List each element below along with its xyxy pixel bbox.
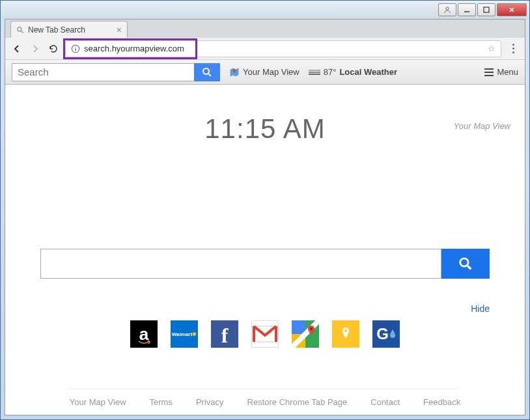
toolbar-search bbox=[12, 63, 220, 81]
toolbar-menu-button[interactable]: Menu bbox=[484, 67, 518, 77]
user-button[interactable] bbox=[438, 3, 456, 16]
svg-point-15 bbox=[460, 259, 468, 266]
toolbar-search-button[interactable] bbox=[194, 63, 220, 81]
weather-temp: 87° bbox=[324, 67, 337, 77]
toolbar-map-link[interactable]: Your Map View bbox=[229, 67, 300, 77]
tile-gmail[interactable] bbox=[251, 320, 279, 348]
footer-link-privacy[interactable]: Privacy bbox=[196, 397, 224, 407]
main-search bbox=[40, 249, 490, 279]
tile-yellow-pages[interactable] bbox=[332, 320, 359, 348]
svg-rect-13 bbox=[309, 74, 320, 75]
browser-frame: New Tab Search × search.hyourmapview.com… bbox=[5, 19, 525, 415]
svg-point-9 bbox=[75, 46, 76, 47]
tile-amazon[interactable]: a bbox=[130, 320, 158, 348]
browser-tab[interactable]: New Tab Search × bbox=[10, 21, 128, 38]
svg-point-18 bbox=[344, 329, 347, 332]
svg-line-16 bbox=[467, 266, 471, 269]
forward-button[interactable] bbox=[29, 42, 42, 55]
address-row: search.hyourmapview.com ☆ bbox=[5, 38, 525, 60]
os-window: New Tab Search × search.hyourmapview.com… bbox=[0, 0, 530, 420]
footer-link-feedback[interactable]: Feedback bbox=[423, 397, 460, 407]
weather-label: Local Weather bbox=[339, 67, 397, 77]
footer-link-brand[interactable]: Your Map View bbox=[70, 397, 126, 407]
hide-link[interactable]: Hide bbox=[40, 303, 490, 314]
tile-google-maps[interactable] bbox=[292, 320, 319, 348]
tab-close-icon[interactable]: × bbox=[117, 25, 122, 35]
reload-button[interactable] bbox=[47, 42, 60, 55]
footer-link-contact[interactable]: Contact bbox=[370, 397, 400, 407]
address-bar[interactable]: search.hyourmapview.com ☆ bbox=[65, 40, 501, 57]
svg-point-0 bbox=[446, 7, 449, 10]
tab-title: New Tab Search bbox=[28, 25, 85, 35]
minimize-button[interactable] bbox=[458, 3, 476, 16]
search-favicon-icon bbox=[16, 26, 24, 34]
brand-label: Your Map View bbox=[454, 121, 510, 131]
search-icon bbox=[202, 67, 212, 77]
map-label: Your Map View bbox=[243, 67, 300, 77]
bookmark-star-icon[interactable]: ☆ bbox=[488, 44, 495, 53]
svg-point-5 bbox=[18, 27, 21, 31]
svg-rect-2 bbox=[484, 7, 489, 12]
clock-display: 11:15 AM bbox=[204, 113, 325, 145]
page-content: 11:15 AM Your Map View Hide a Walmart✱ f bbox=[5, 85, 525, 415]
tab-strip: New Tab Search × bbox=[5, 20, 525, 38]
main-search-input[interactable] bbox=[40, 249, 441, 279]
svg-line-6 bbox=[21, 31, 23, 33]
footer-link-restore[interactable]: Restore Chrome Tab Page bbox=[247, 397, 348, 407]
main-search-button[interactable] bbox=[441, 249, 490, 279]
svg-point-17 bbox=[310, 328, 313, 330]
tile-facebook[interactable]: f bbox=[211, 320, 238, 348]
tile-gasbuddy[interactable]: G bbox=[372, 320, 400, 348]
weather-icon bbox=[309, 68, 320, 77]
back-button[interactable] bbox=[10, 42, 23, 55]
menu-label: Menu bbox=[497, 67, 518, 77]
extension-toolbar: Your Map View 87° Local Weather Menu bbox=[5, 60, 525, 85]
search-icon bbox=[458, 257, 473, 271]
tile-walmart[interactable]: Walmart✱ bbox=[171, 320, 198, 348]
map-icon bbox=[229, 67, 240, 77]
footer: Your Map View Terms Privacy Restore Chro… bbox=[70, 389, 460, 415]
svg-rect-14 bbox=[309, 70, 320, 71]
titlebar bbox=[1, 1, 529, 19]
svg-rect-12 bbox=[309, 72, 320, 73]
close-button[interactable] bbox=[497, 3, 527, 16]
quick-tiles: a Walmart✱ f G bbox=[130, 320, 400, 348]
svg-line-11 bbox=[209, 74, 212, 76]
info-icon bbox=[71, 44, 80, 53]
toolbar-search-input[interactable] bbox=[12, 63, 194, 81]
hamburger-icon bbox=[484, 68, 494, 76]
url-text: search.hyourmapview.com bbox=[84, 44, 184, 53]
svg-point-10 bbox=[203, 68, 209, 74]
toolbar-weather-link[interactable]: 87° Local Weather bbox=[309, 67, 397, 77]
chrome-menu-button[interactable] bbox=[507, 44, 520, 53]
footer-link-terms[interactable]: Terms bbox=[150, 397, 173, 407]
maximize-button[interactable] bbox=[477, 3, 495, 16]
